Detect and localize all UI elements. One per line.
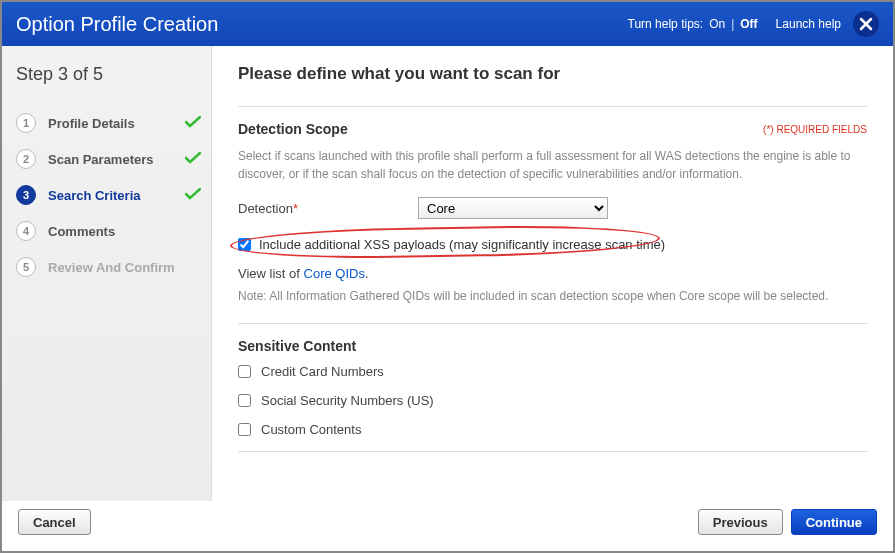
detection-scope-desc: Select if scans launched with this profi… (238, 147, 867, 183)
credit-card-checkbox[interactable] (238, 365, 251, 378)
dialog-title: Option Profile Creation (16, 13, 628, 36)
step-comments[interactable]: 4 Comments (16, 213, 201, 249)
dialog-body: Step 3 of 5 1 Profile Details 2 Scan Par… (2, 46, 893, 501)
custom-contents-checkbox[interactable] (238, 423, 251, 436)
separator: | (731, 17, 734, 31)
detection-label: Detection* (238, 201, 418, 216)
divider (238, 451, 867, 452)
xss-label: Include additional XSS payloads (may sig… (259, 237, 665, 252)
view-qids-line: View list of Core QIDs. (238, 266, 867, 281)
step-number: 2 (16, 149, 36, 169)
step-label: Profile Details (48, 116, 185, 131)
core-qids-link[interactable]: Core QIDs (304, 266, 365, 281)
checkbox-label: Social Security Numbers (US) (261, 393, 434, 408)
xss-checkbox[interactable] (238, 238, 251, 251)
step-scan-parameters[interactable]: 2 Scan Parameters (16, 141, 201, 177)
section-title: Detection Scope (238, 121, 348, 137)
step-profile-details[interactable]: 1 Profile Details (16, 105, 201, 141)
help-tips-off[interactable]: Off (740, 17, 757, 31)
detection-select[interactable]: Core (418, 197, 608, 219)
step-label: Comments (48, 224, 201, 239)
close-icon (859, 17, 873, 31)
divider (238, 323, 867, 324)
checkmark-icon (185, 152, 201, 167)
help-controls: Turn help tips: On | Off Launch help (628, 17, 841, 31)
step-label: Search Criteria (48, 188, 185, 203)
detection-note: Note: All Information Gathered QIDs will… (238, 287, 867, 305)
title-bar: Option Profile Creation Turn help tips: … (2, 2, 893, 46)
step-number: 1 (16, 113, 36, 133)
ssn-row[interactable]: Social Security Numbers (US) (238, 393, 867, 408)
previous-button[interactable]: Previous (698, 509, 783, 535)
detection-row: Detection* Core (238, 197, 867, 219)
help-tips-on[interactable]: On (709, 17, 725, 31)
continue-button[interactable]: Continue (791, 509, 877, 535)
dialog-window: Option Profile Creation Turn help tips: … (0, 0, 895, 553)
checkmark-icon (185, 116, 201, 131)
main-panel: Please define what you want to scan for … (212, 46, 893, 501)
credit-card-row[interactable]: Credit Card Numbers (238, 364, 867, 379)
ssn-checkbox[interactable] (238, 394, 251, 407)
step-number: 4 (16, 221, 36, 241)
step-review-confirm[interactable]: 5 Review And Confirm (16, 249, 201, 285)
step-indicator: Step 3 of 5 (16, 64, 201, 85)
checkbox-label: Custom Contents (261, 422, 361, 437)
checkbox-label: Credit Card Numbers (261, 364, 384, 379)
divider (238, 106, 867, 107)
detection-scope-header: Detection Scope (*) REQUIRED FIELDS (238, 121, 867, 137)
step-label: Scan Parameters (48, 152, 185, 167)
page-heading: Please define what you want to scan for (238, 64, 867, 84)
dialog-footer: Cancel Previous Continue (2, 501, 893, 551)
checkmark-icon (185, 188, 201, 203)
xss-option-wrap: Include additional XSS payloads (may sig… (238, 231, 867, 258)
close-button[interactable] (853, 11, 879, 37)
step-search-criteria[interactable]: 3 Search Criteria (16, 177, 201, 213)
wizard-sidebar: Step 3 of 5 1 Profile Details 2 Scan Par… (2, 46, 212, 501)
required-star: * (293, 201, 298, 216)
step-number: 5 (16, 257, 36, 277)
xss-checkbox-row[interactable]: Include additional XSS payloads (may sig… (238, 231, 867, 258)
custom-contents-row[interactable]: Custom Contents (238, 422, 867, 437)
step-label: Review And Confirm (48, 260, 201, 275)
footer-right-group: Previous Continue (698, 509, 877, 535)
wizard-steps: 1 Profile Details 2 Scan Parameters 3 Se… (16, 105, 201, 285)
help-tips-label: Turn help tips: (628, 17, 704, 31)
launch-help-link[interactable]: Launch help (776, 17, 841, 31)
section-title: Sensitive Content (238, 338, 356, 354)
required-fields-label: (*) REQUIRED FIELDS (763, 124, 867, 135)
cancel-button[interactable]: Cancel (18, 509, 91, 535)
sensitive-content-header: Sensitive Content (238, 338, 867, 354)
step-number: 3 (16, 185, 36, 205)
